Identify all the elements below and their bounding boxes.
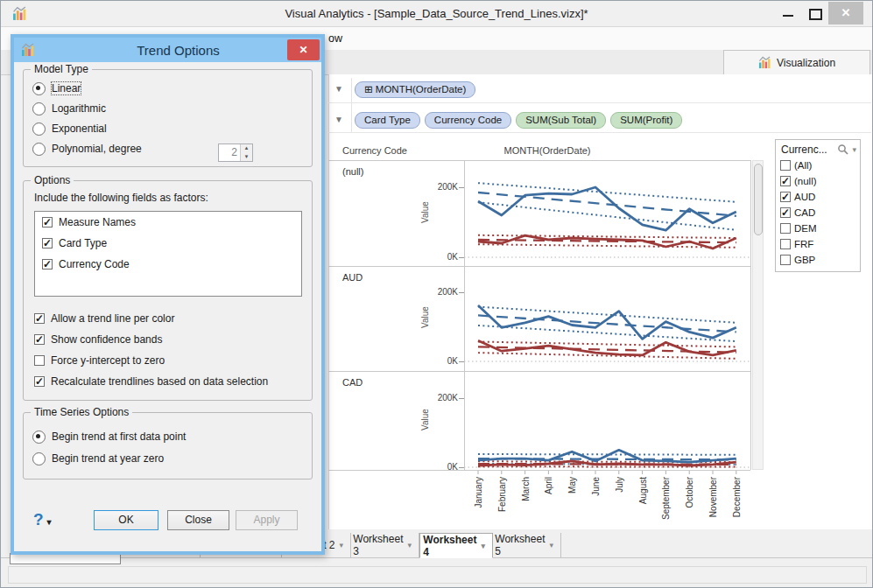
x-tick-label: May (567, 477, 577, 494)
radio-button[interactable] (32, 143, 46, 156)
checkbox[interactable] (34, 313, 45, 324)
confidence-band-lower-blue[interactable] (478, 202, 736, 230)
rows-shelf-dropdown-icon[interactable]: ▼ (332, 114, 346, 126)
filter-item-label: (null) (794, 176, 817, 186)
check-force-y-intercept-to-zero[interactable]: Force y-intercept to zero (34, 353, 165, 368)
columns-shelf-dropdown-icon[interactable]: ▼ (332, 83, 346, 95)
filter-item-all[interactable]: (All) (776, 158, 860, 173)
ok-button[interactable]: OK (94, 510, 158, 530)
menu-item-window-fragment[interactable]: ow (328, 32, 342, 45)
radio-option-exponential[interactable]: Exponential (32, 121, 107, 136)
minimize-icon[interactable] (783, 15, 793, 17)
factor-item-card-type[interactable]: Card Type (35, 233, 301, 254)
sheet-tab-worksheet-5[interactable]: Worksheet 5 (493, 533, 561, 557)
trend-options-dialog: Trend Options Model Type LinearLogarithm… (11, 34, 325, 555)
radio-button[interactable] (32, 102, 46, 116)
help-button[interactable]: ? (33, 510, 52, 529)
y-tick-label: 200K (414, 182, 458, 192)
row-field-header: Currency Code (342, 145, 407, 156)
pill-month-orderdate[interactable]: ⊞ MONTH(OrderDate) (355, 81, 475, 98)
options-group: Options Include the following fields as … (23, 180, 313, 401)
radio-option-logarithmic[interactable]: Logarithmic (32, 101, 106, 116)
pill-sum-profit[interactable]: SUM(Profit) (610, 112, 682, 129)
radio-button[interactable] (32, 82, 46, 95)
sheet-tab-worksheet-4[interactable]: Worksheet 4 (419, 533, 493, 558)
time-series-legend: Time Series Options (31, 406, 132, 418)
spinner-down-icon[interactable] (241, 153, 252, 162)
check-show-confidence-bands[interactable]: Show confidence bands (34, 332, 162, 347)
filter-item-dem[interactable]: DEM (776, 220, 860, 236)
radio-option-begin-trend-at-first-data-point[interactable]: Begin trend at first data point (32, 429, 186, 444)
columns-shelf: ⊞ MONTH(OrderDate) (355, 81, 480, 98)
checkbox[interactable] (780, 207, 791, 218)
series-sum-sub-total[interactable] (478, 187, 736, 230)
search-icon[interactable] (837, 144, 849, 156)
factor-item-currency-code[interactable]: Currency Code (35, 254, 301, 275)
sheet-tab-menu-icon[interactable] (339, 541, 343, 550)
sheet-tab-worksheet-3[interactable]: Worksheet 3 (351, 533, 419, 557)
checkbox[interactable] (780, 176, 791, 186)
dialog-close-icon[interactable] (287, 39, 320, 60)
factor-item-measure-names[interactable]: Measure Names (35, 212, 301, 233)
filter-menu-icon[interactable] (852, 145, 856, 154)
radio-option-polynomial-degree[interactable]: Polynomial, degree (32, 141, 142, 157)
vertical-scrollbar-thumb[interactable] (754, 164, 763, 235)
dialog-title-bar[interactable]: Trend Options (14, 38, 321, 62)
sheet-tab-menu-icon[interactable] (549, 541, 553, 550)
x-tick-label: June (591, 477, 601, 496)
filter-item-aud[interactable]: AUD (776, 189, 860, 205)
pill-card-type[interactable]: Card Type (355, 112, 420, 129)
filter-item-frf[interactable]: FRF (776, 236, 860, 252)
expand-icon[interactable]: ⊞ (364, 84, 373, 94)
filter-item-cad[interactable]: CAD (776, 205, 860, 220)
sheet-tab-menu-icon[interactable] (407, 541, 412, 550)
pill-currency-code[interactable]: Currency Code (425, 112, 511, 129)
chart-row-cad: CADValue200K0K (328, 371, 750, 470)
checkbox[interactable] (42, 259, 53, 270)
maximize-icon[interactable] (809, 9, 822, 20)
factors-listbox[interactable]: Measure NamesCard TypeCurrency Code (34, 211, 302, 297)
close-icon[interactable] (828, 2, 863, 24)
checkbox[interactable] (780, 192, 791, 202)
tab-visualization[interactable]: Visualization (723, 50, 870, 74)
checkbox[interactable] (34, 376, 45, 387)
radio-button[interactable] (32, 122, 46, 136)
x-tick-label: April (544, 477, 553, 494)
degree-spinner[interactable]: 2 (218, 144, 253, 162)
radio-option-begin-trend-at-year-zero[interactable]: Begin trend at year zero (32, 451, 164, 466)
help-question-icon[interactable]: ? (33, 510, 44, 529)
checkbox[interactable] (42, 217, 53, 228)
pill-sum-sub-total[interactable]: SUM(Sub Total) (516, 112, 606, 129)
checkbox[interactable] (34, 355, 45, 366)
radio-button[interactable] (32, 452, 46, 466)
checkbox[interactable] (780, 160, 791, 171)
filter-item-gbp[interactable]: GBP (776, 252, 860, 268)
checkbox[interactable] (34, 334, 45, 345)
radio-option-linear[interactable]: Linear (32, 80, 81, 96)
radio-button[interactable] (32, 430, 46, 444)
row-label: AUD (342, 272, 363, 283)
check-allow-a-trend-line-per-color[interactable]: Allow a trend line per color (34, 311, 174, 326)
checkbox-label: Show confidence bands (51, 333, 162, 346)
model-type-group: Model Type LinearLogarithmicExponentialP… (23, 69, 313, 167)
sheet-tab-menu-icon[interactable] (481, 542, 485, 550)
degree-value[interactable]: 2 (219, 144, 240, 161)
spinner-up-icon[interactable] (241, 144, 252, 153)
apply-button[interactable]: Apply (236, 510, 298, 530)
help-dropdown-icon[interactable] (47, 514, 52, 527)
close-button[interactable]: Close (167, 510, 229, 530)
filter-item-null[interactable]: (null) (776, 173, 860, 189)
title-bar: Visual Analytics - [Sample_Data_Source_T… (1, 1, 872, 27)
checkbox[interactable] (780, 239, 791, 249)
x-tick-label: January (474, 477, 483, 508)
checkbox[interactable] (42, 238, 53, 248)
check-recalculate-trendlines-based-on-data-selection[interactable]: Recalculate trendlines based on data sel… (34, 374, 268, 389)
checkbox[interactable] (780, 223, 791, 234)
currency-filter-panel: Currenc... (All)(null)AUDCADDEMFRFGBP (775, 139, 861, 272)
confidence-band-upper-red[interactable] (478, 341, 736, 346)
x-tick-label: March (521, 477, 531, 501)
y-axis-title: Value (420, 186, 430, 239)
series-sum-sub-total[interactable] (478, 450, 736, 462)
row-label: CAD (342, 377, 363, 388)
checkbox[interactable] (780, 255, 791, 265)
